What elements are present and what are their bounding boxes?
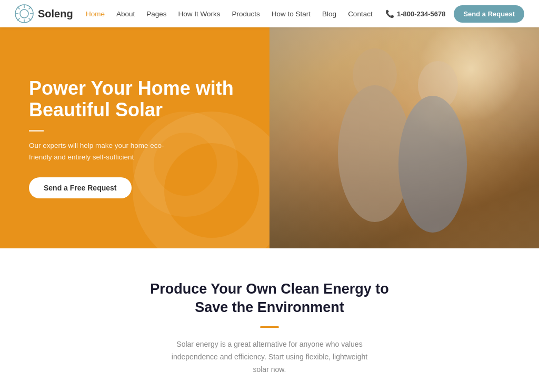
hero-section: Power Your Home with Beautiful Solar Our… [0, 27, 539, 248]
logo[interactable]: Soleng [15, 4, 73, 23]
hero-title: Power Your Home with Beautiful Solar [29, 77, 241, 121]
hero-subtitle: Our experts will help make your home eco… [29, 140, 182, 163]
header-right: 📞 1-800-234-5678 Send a Request [385, 5, 524, 23]
phone-number[interactable]: 📞 1-800-234-5678 [385, 9, 446, 18]
section2-divider [260, 326, 279, 328]
section2-title: Produce Your Own Clean Energy to Save th… [133, 280, 406, 317]
nav-pages[interactable]: Pages [146, 10, 166, 18]
nav-about[interactable]: About [116, 10, 135, 18]
hero-right-panel [270, 27, 539, 248]
svg-rect-14 [270, 27, 539, 248]
nav-contact[interactable]: Contact [348, 10, 373, 18]
section2-description: Solar energy is a great alternative for … [164, 338, 375, 376]
hero-content: Power Your Home with Beautiful Solar Our… [29, 77, 241, 199]
brand-name: Soleng [38, 8, 73, 20]
site-header: Soleng Home About Pages How It Works Pro… [0, 0, 539, 27]
main-nav: Home About Pages How It Works Products H… [86, 10, 373, 18]
hero-cta-button[interactable]: Send a Free Request [29, 177, 132, 198]
hero-left-panel: Power Your Home with Beautiful Solar Our… [0, 27, 270, 248]
nav-how-it-works[interactable]: How It Works [178, 10, 221, 18]
header-cta-button[interactable]: Send a Request [454, 5, 524, 23]
section-clean-energy: Produce Your Own Clean Energy to Save th… [0, 248, 539, 392]
nav-home[interactable]: Home [86, 10, 105, 18]
logo-icon [15, 4, 34, 23]
hero-image [270, 27, 539, 248]
hero-couple-illustration [270, 27, 539, 248]
nav-products[interactable]: Products [232, 10, 260, 18]
hero-divider [29, 130, 44, 132]
phone-icon: 📞 [385, 9, 394, 18]
nav-blog[interactable]: Blog [322, 10, 336, 18]
svg-point-1 [20, 9, 28, 18]
nav-how-to-start[interactable]: How to Start [272, 10, 311, 18]
